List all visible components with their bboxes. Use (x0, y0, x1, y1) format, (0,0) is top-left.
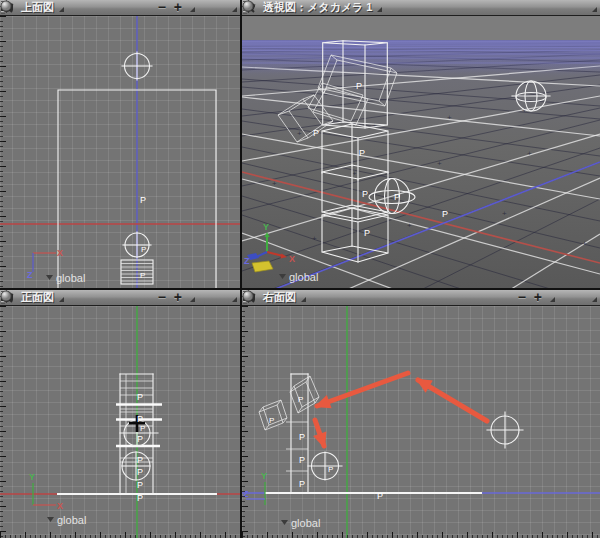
p-label: P (137, 493, 143, 503)
axis-gizmo: Y X (29, 472, 63, 511)
zoom-in-button[interactable]: + (174, 291, 182, 304)
zoom-out-button[interactable]: − (518, 291, 526, 304)
horizontal-ruler (242, 531, 600, 538)
camera-menu-triangle-icon[interactable] (550, 297, 555, 302)
svg-text:+: + (527, 149, 532, 158)
y-axis-label: Y (29, 472, 35, 482)
right-view-drawing: P P P P P P P Y Z global (242, 306, 600, 538)
zoom-out-button[interactable]: − (158, 1, 166, 14)
global-dropdown-icon[interactable] (47, 517, 54, 522)
view-menu-triangle-icon[interactable] (377, 7, 382, 12)
crosshair-circle-right (487, 412, 523, 448)
zoom-in-button[interactable]: + (174, 1, 182, 14)
viewport-right-view: 右面図 − + (242, 290, 600, 538)
annotation-arrows (315, 373, 487, 446)
p-label: P (137, 434, 143, 444)
global-dropdown-icon[interactable] (281, 520, 288, 525)
p-label: P (328, 465, 333, 474)
viewport-title[interactable]: 正面図 (21, 290, 54, 305)
front-view-canvas[interactable]: P P P P P P P P Y X global (0, 306, 240, 538)
y-axis-label: Y (263, 222, 269, 232)
titlebar-top-view: 上面図 − + (0, 0, 240, 16)
p-label: P (140, 271, 145, 280)
p-label: P (137, 392, 143, 402)
viewport-title[interactable]: 右面図 (263, 290, 296, 305)
top-view-canvas[interactable]: P P P X Z global (0, 16, 240, 288)
global-label[interactable]: global (291, 517, 320, 529)
tilted-box-on-tower (290, 376, 319, 413)
p-label: P (299, 455, 305, 465)
crosshair-circle-top (122, 52, 152, 80)
svg-text:+: + (437, 159, 442, 168)
p-label: P (137, 467, 143, 477)
titlebar-perspective: 透視図：メタカメラ 1 (242, 0, 600, 16)
svg-text:+: + (407, 221, 412, 230)
viewport-top-view: 上面図 − + (0, 0, 240, 288)
titlebar-front-view: 正面図 − + (0, 290, 240, 306)
p-label: P (298, 395, 303, 404)
view-menu-triangle-icon[interactable] (59, 7, 64, 12)
view-menu-triangle-icon[interactable] (59, 297, 64, 302)
global-label[interactable]: global (56, 272, 85, 284)
global-dropdown-icon[interactable] (46, 275, 53, 280)
p-label: P (137, 455, 143, 465)
view-menu-triangle-icon[interactable] (301, 297, 306, 302)
svg-text:+: + (297, 129, 302, 138)
p-label: P (137, 414, 143, 424)
camera-menu-triangle-icon[interactable] (190, 297, 195, 302)
z-axis-label: Z (27, 270, 33, 280)
p-label: P (137, 480, 143, 490)
camera-menu-triangle-icon[interactable] (190, 7, 195, 12)
crosshair-circle-lower (123, 232, 151, 258)
svg-text:+: + (352, 169, 357, 178)
viewport-title[interactable]: 透視図：メタカメラ 1 (263, 0, 372, 15)
zoom-in-button[interactable]: + (534, 291, 542, 304)
sky (242, 16, 600, 41)
p-label: P (364, 228, 370, 238)
vertical-ruler (242, 306, 249, 538)
orbit-menu-triangle-icon[interactable] (592, 7, 597, 12)
svg-text:+: + (272, 179, 277, 188)
global-label[interactable]: global (289, 271, 318, 283)
perspective-drawing: ++ ++ ++ ++ ++ ++ (242, 16, 600, 288)
orbit-menu-triangle-icon[interactable] (592, 297, 597, 302)
svg-text:+: + (502, 209, 507, 218)
p-label: P (356, 81, 362, 91)
p-label: P (141, 245, 146, 254)
orbit-menu-triangle-icon[interactable] (232, 7, 237, 12)
viewport-front-view: 正面図 − + (0, 290, 240, 538)
svg-text:+: + (312, 234, 317, 243)
global-label[interactable]: global (57, 514, 86, 526)
x-axis-label: X (57, 248, 63, 258)
orbit-menu-triangle-icon[interactable] (232, 297, 237, 302)
titlebar-right-view: 右面図 − + (242, 290, 600, 306)
crosshair-circle-near-tower (308, 452, 342, 480)
p-label: P (299, 432, 305, 442)
p-label: P (299, 479, 305, 489)
x-axis-label: X (289, 254, 295, 264)
viewport-perspective: 透視図：メタカメラ 1 (242, 0, 600, 288)
p-label: P (362, 189, 368, 199)
p-label: P (359, 148, 365, 158)
p-label: P (140, 424, 145, 433)
p-label: P (442, 209, 448, 219)
tilted-box-left (259, 400, 287, 430)
zoom-out-button[interactable]: − (158, 291, 166, 304)
p-label: P (269, 416, 274, 425)
y-axis-label: Y (261, 471, 267, 481)
z-axis-label: Z (244, 256, 250, 266)
perspective-canvas[interactable]: ++ ++ ++ ++ ++ ++ (242, 16, 600, 288)
p-label: P (394, 192, 400, 202)
ground (242, 40, 600, 288)
p-label: P (377, 491, 383, 501)
p-label: P (313, 128, 319, 138)
x-axis-label: X (57, 501, 63, 511)
right-view-canvas[interactable]: P P P P P P P Y Z global (242, 306, 600, 538)
vertical-ruler (0, 16, 7, 288)
viewport-title[interactable]: 上面図 (21, 0, 54, 15)
top-view-drawing: P P P X Z global (0, 16, 240, 288)
p-label: P (140, 195, 146, 205)
svg-text:+: + (447, 113, 452, 122)
vertical-ruler (0, 306, 7, 538)
crosshair-circle-lower (122, 452, 150, 480)
